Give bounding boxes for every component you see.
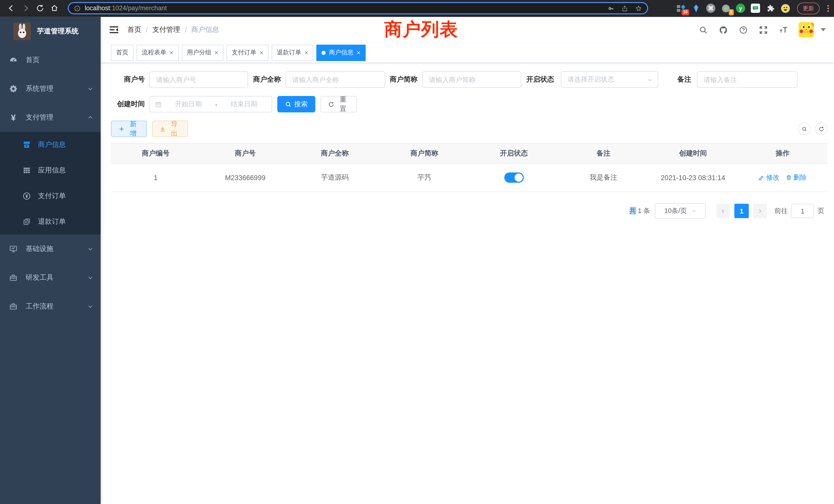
font-size-icon[interactable] [778, 25, 788, 35]
toolbox-icon [9, 274, 18, 282]
col-actions: 操作 [738, 144, 827, 163]
sidebar-item-merchant-info[interactable]: 商户信息 [0, 132, 101, 158]
extension-account-icon[interactable]: 1 [721, 3, 731, 13]
breadcrumb-payment[interactable]: 支付管理 [153, 25, 180, 35]
cell-short-name: 芋艿 [379, 164, 469, 191]
edit-pencil-icon [759, 175, 765, 181]
merchant-no-input[interactable] [150, 71, 248, 88]
search-button-label: 搜索 [294, 99, 308, 109]
plus-icon [118, 125, 125, 132]
sidebar-item-pay-order[interactable]: 支付订单 [0, 183, 101, 209]
user-menu-caret-icon[interactable] [821, 28, 826, 31]
site-info-icon[interactable] [74, 5, 81, 12]
update-button[interactable]: 更新 [797, 2, 820, 14]
table-row: 1 M233666999 芋道源码 芋艿 我是备注 2021-10-23 08:… [111, 164, 827, 192]
col-short-name: 商户简称 [379, 144, 469, 163]
sidebar-item-payment[interactable]: ¥ 支付管理 [0, 103, 101, 132]
merchant-no-label: 商户号 [111, 75, 145, 84]
sidebar-logo[interactable]: 芋道管理系统 [0, 17, 101, 46]
close-icon[interactable]: × [214, 49, 218, 56]
tab-pay-order[interactable]: 支付订单× [226, 44, 268, 61]
search-icon[interactable] [698, 25, 708, 35]
breadcrumb-separator: / [146, 26, 148, 33]
reset-button[interactable]: 重置 [321, 96, 357, 112]
browser-menu-icon[interactable] [827, 5, 829, 12]
status-toggle[interactable] [504, 173, 524, 183]
tab-merchant-info[interactable]: 商户信息× [316, 44, 366, 61]
help-icon[interactable] [739, 25, 748, 35]
store-icon [23, 141, 31, 149]
address-bar[interactable]: localhost:1024/pay/merchant [68, 2, 648, 14]
chevron-down-icon [87, 86, 93, 92]
sidebar-item-workflow[interactable]: 工作流程 [0, 292, 101, 321]
export-button-label: 导出 [168, 120, 180, 138]
col-create-time: 创建时间 [649, 144, 738, 163]
payment-submenu: 商户信息 应用信息 支付订单 退款订单 [0, 132, 101, 234]
extension-emoji-icon[interactable] [780, 3, 790, 13]
refresh-table-button[interactable] [815, 123, 827, 135]
remark-input[interactable] [697, 71, 797, 88]
close-icon[interactable]: × [305, 49, 308, 56]
password-key-icon[interactable] [608, 5, 614, 12]
tab-label: 商户信息 [329, 48, 354, 57]
prev-page-button[interactable] [717, 204, 730, 218]
sidebar-item-system[interactable]: 系统管理 [0, 74, 101, 103]
page-number-1[interactable]: 1 [734, 204, 749, 218]
tab-user-group[interactable]: 用户分组× [181, 44, 223, 61]
tab-home[interactable]: 首页 [111, 44, 133, 61]
create-time-range-picker[interactable]: 开始日期 - 结束日期 [150, 96, 272, 112]
start-date-placeholder: 开始日期 [166, 99, 211, 109]
cell-merchant-no: M233666999 [200, 164, 290, 191]
monitor-icon [9, 245, 18, 253]
sidebar-item-dev-tools[interactable]: 研发工具 [0, 263, 101, 292]
breadcrumb-home[interactable]: 首页 [127, 25, 141, 35]
extension-badge: 1 [728, 9, 734, 16]
extension-chat-icon[interactable] [750, 3, 761, 13]
sidebar-collapse-icon[interactable] [109, 25, 119, 35]
refresh-icon [328, 101, 334, 108]
url-text[interactable]: localhost:1024/pay/merchant [85, 5, 603, 12]
extensions-puzzle-icon[interactable] [765, 3, 775, 13]
share-icon[interactable] [621, 5, 628, 12]
close-icon[interactable]: × [357, 49, 360, 56]
add-button[interactable]: 新增 [111, 121, 147, 137]
close-icon[interactable]: × [170, 49, 173, 56]
cell-merchant-id: 1 [111, 164, 200, 191]
tab-refund-order[interactable]: 退款订单× [272, 44, 313, 61]
cell-status [469, 164, 559, 191]
short-name-input[interactable] [422, 71, 521, 88]
page-size-select[interactable]: 10条/页 [655, 203, 706, 219]
extension-gem-icon[interactable] [691, 3, 701, 13]
extension-blocks-icon[interactable]: 10 [676, 3, 686, 13]
sidebar-item-refund-order[interactable]: 退款订单 [0, 209, 101, 234]
delete-link[interactable]: 删除 [786, 173, 807, 182]
back-icon[interactable] [5, 2, 18, 14]
reload-icon[interactable] [34, 2, 46, 14]
user-avatar[interactable] [798, 22, 814, 38]
forward-icon[interactable] [20, 2, 32, 14]
extension-yuque-icon[interactable]: y [736, 3, 746, 13]
sidebar-item-home[interactable]: 首页 [0, 46, 101, 74]
home-icon[interactable] [48, 2, 61, 14]
edit-link[interactable]: 修改 [759, 173, 780, 182]
bookmark-star-icon[interactable] [635, 5, 642, 12]
github-icon[interactable] [719, 25, 728, 35]
tab-label: 退款订单 [277, 48, 302, 57]
extension-command-icon[interactable]: ⌘ [706, 3, 716, 13]
tab-process-form[interactable]: 流程表单× [137, 44, 178, 61]
toggle-search-button[interactable] [798, 123, 810, 135]
goto-page-input[interactable] [791, 204, 814, 218]
sidebar-item-app-info[interactable]: 应用信息 [0, 158, 101, 183]
status-select[interactable]: 请选择开启状态 [561, 71, 658, 88]
search-button[interactable]: 搜索 [277, 96, 315, 112]
full-name-input[interactable] [286, 71, 385, 88]
sidebar-item-infrastructure[interactable]: 基础设施 [0, 234, 101, 263]
tags-view-bar: 首页 流程表单× 用户分组× 支付订单× 退款订单× 商户信息× [101, 43, 834, 63]
next-page-button[interactable] [753, 204, 767, 218]
cell-remark: 我是备注 [559, 164, 649, 191]
export-button[interactable]: 导出 [152, 121, 188, 137]
close-icon[interactable]: × [259, 49, 263, 56]
cell-create-time: 2021-10-23 08:31:14 [649, 164, 738, 191]
fullscreen-icon[interactable] [759, 25, 768, 35]
document-icon [23, 217, 31, 226]
